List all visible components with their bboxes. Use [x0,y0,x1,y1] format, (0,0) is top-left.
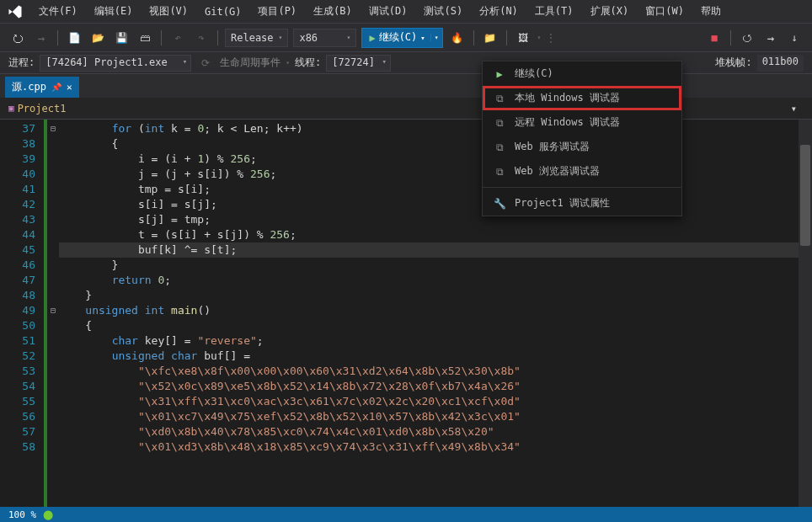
code-area[interactable]: for (int k = 0; k < Len; k++) { i = (i +… [59,120,812,507]
thread-combo[interactable]: [72724] [326,55,391,72]
continue-label: 继续(C) [379,30,418,45]
wrench-icon: 🔧 [493,198,506,210]
stack-frame[interactable]: 011b00 [757,55,804,72]
menubar: 文件(F) 编辑(E) 视图(V) Git(G) 项目(P) 生成(B) 调试(… [0,0,812,24]
dropdown-item[interactable]: ⧉Web 服务调试器 [483,135,681,159]
continue-split-caret[interactable]: ▾ [430,34,439,41]
menu-file[interactable]: 文件(F) [30,1,86,22]
scope-bar: ▣ Project1 ▾ [0,98,812,120]
process-label: 进程: [8,56,35,70]
toolbar-debug: 进程: [74264] Project1.exe ⟳ 生命周期事件 ▾ 线程: … [0,52,812,74]
zoom-level[interactable]: 100 % [8,509,36,520]
menu-build[interactable]: 生成(B) [305,1,361,22]
debug-icon: ⧉ [493,93,506,104]
lifecycle-icon[interactable]: ⟳ [196,54,215,72]
menu-git[interactable]: Git(G) [196,3,249,21]
debug-icon: ⧉ [493,117,506,129]
menu-analyze[interactable]: 分析(N) [471,1,526,22]
nav-back-button[interactable]: ⭮ [8,29,27,47]
show-next-button[interactable]: → [761,29,780,47]
nav-forward-button[interactable]: → [32,29,51,47]
menu-test[interactable]: 测试(S) [415,1,471,22]
menu-debug[interactable]: 调试(D) [361,1,416,22]
open-button[interactable]: 📂 [88,29,107,47]
close-icon[interactable]: ✕ [67,82,72,93]
statusbar: 100 % ⬤ [0,507,812,522]
project-icon: ▣ [8,103,14,114]
save-all-button[interactable]: 🗃 [136,29,154,47]
scroll-thumb[interactable] [800,145,810,246]
continue-button[interactable]: ▶ 继续(C) ▾ ▾ [361,28,442,48]
pic-button[interactable]: 🖼 [514,29,532,47]
vs-logo-icon [7,3,24,20]
restart-button[interactable]: ⭯ [738,29,756,47]
code-editor[interactable]: 3738394041424344454647484950515253545556… [0,120,812,507]
menu-project[interactable]: 项目(P) [249,1,305,22]
fold-column: ⊟⊟ [47,120,59,507]
dropdown-item[interactable]: ⧉远程 Windows 调试器 [483,110,681,135]
menu-edit[interactable]: 编辑(E) [86,1,142,22]
stop-button[interactable]: ■ [705,29,724,47]
dropdown-item[interactable]: ⧉Web 浏览器调试器 [483,159,681,184]
dropdown-label: 本地 Windows 调试器 [515,91,620,105]
pin-icon[interactable]: 📌 [51,83,61,92]
config-combo[interactable]: Release▾ [225,29,288,47]
dropdown-label: Web 浏览器调试器 [515,164,600,178]
dropdown-item[interactable]: 🔧Project1 调试属性 [483,191,681,216]
scope-caret[interactable]: ▾ [791,103,797,115]
dropdown-label: 远程 Windows 调试器 [515,115,620,130]
debug-icon: ⧉ [493,166,506,178]
tab-source[interactable]: 源.cpp 📌 ✕ [5,77,79,98]
toolbar-main: ⭮ → 📄 📂 💾 🗃 ↶ ↷ Release▾ x86▾ ▶ 继续(C) ▾ … [0,24,812,52]
play-icon: ▶ [369,32,375,44]
editor-tabs: 源.cpp 📌 ✕ [0,74,812,98]
hot-reload-button[interactable]: 🔥 [448,29,467,47]
line-numbers: 3738394041424344454647484950515253545556… [0,120,47,507]
process-combo[interactable]: [74264] Project1.exe [40,55,191,72]
thread-label: 线程: [295,56,321,70]
menu-window[interactable]: 窗口(W) [637,1,692,22]
menu-extensions[interactable]: 扩展(X) [582,1,638,22]
status-icon: ⬤ [43,509,53,520]
menu-tools[interactable]: 工具(T) [526,1,582,22]
tab-label: 源.cpp [12,80,46,94]
undo-button[interactable]: ↶ [168,29,187,47]
dropdown-item[interactable]: ⧉本地 Windows 调试器 [483,86,681,110]
stack-label: 堆栈帧: [715,56,751,70]
new-file-button[interactable]: 📄 [65,29,83,47]
dropdown-label: Project1 调试属性 [515,196,610,210]
dropdown-item[interactable]: ▶继续(C) [483,61,681,86]
lifecycle-link[interactable]: 生命周期事件 [220,56,280,70]
debug-dropdown: ▶继续(C)⧉本地 Windows 调试器⧉远程 Windows 调试器⧉Web… [482,61,682,216]
platform-combo[interactable]: x86▾ [293,29,356,47]
menu-help[interactable]: 帮助 [692,1,729,22]
redo-button[interactable]: ↷ [192,29,211,47]
dropdown-label: 继续(C) [515,67,553,81]
folder-button[interactable]: 📁 [481,29,499,47]
play-icon: ▶ [493,68,506,80]
step-into-button[interactable]: ↓ [785,29,804,47]
dropdown-label: Web 服务调试器 [515,140,590,154]
menu-view[interactable]: 视图(V) [141,1,196,22]
save-button[interactable]: 💾 [112,29,131,47]
debug-icon: ⧉ [493,141,506,153]
vertical-scrollbar[interactable] [799,120,812,507]
